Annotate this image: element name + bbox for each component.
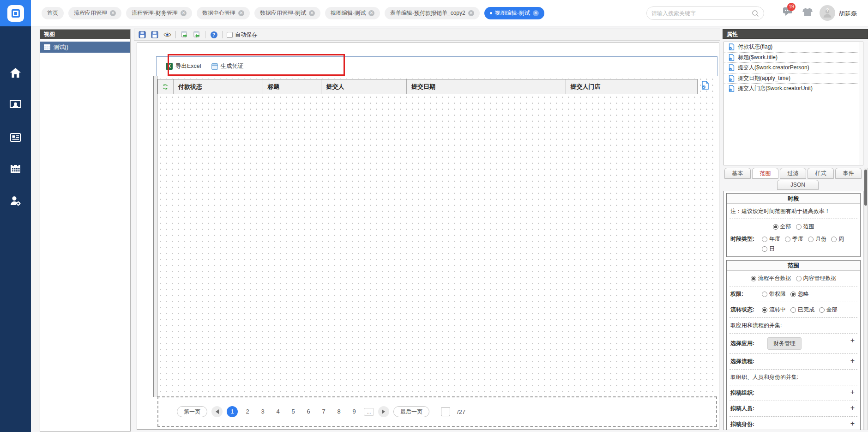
close-icon[interactable] xyxy=(181,10,187,16)
radio-all[interactable]: 全部 xyxy=(773,223,791,231)
tab-view-edit-test-active[interactable]: 视图编辑-测试 xyxy=(484,7,544,19)
page-5[interactable]: 5 xyxy=(288,406,299,417)
close-icon[interactable] xyxy=(110,10,116,16)
next-page-button[interactable] xyxy=(378,406,389,417)
field-payment-status[interactable]: 付款状态(flag) xyxy=(724,42,857,53)
column-submit-date[interactable]: 提交日期 xyxy=(407,79,566,94)
sidebar-item-calendar[interactable] xyxy=(9,163,22,175)
goto-page-input[interactable] xyxy=(441,407,450,416)
sidebar-item-home[interactable] xyxy=(9,67,22,79)
radio-year[interactable]: 年度 xyxy=(762,235,780,243)
tab-scope[interactable]: 范围 xyxy=(752,168,778,179)
field-title[interactable]: 标题($work.title) xyxy=(724,53,857,63)
tab-label: 数据应用管理-测试 xyxy=(260,9,306,17)
field-list-scrollbar[interactable] xyxy=(859,42,863,165)
close-icon[interactable] xyxy=(533,10,539,16)
tab-event[interactable]: 事件 xyxy=(835,168,862,179)
canvas-scrollbar[interactable] xyxy=(153,76,157,397)
field-submitter-store[interactable]: 提交人门店($work.creatorUnit) xyxy=(724,84,857,94)
page-1-current[interactable]: 1 xyxy=(227,406,238,417)
app-logo[interactable] xyxy=(0,0,31,26)
tab-json[interactable]: JSON xyxy=(777,180,819,190)
column-submitter-store[interactable]: 提交人门店 xyxy=(566,79,698,94)
tab-filter[interactable]: 过滤 xyxy=(780,168,806,179)
page-9[interactable]: 9 xyxy=(349,406,360,417)
add-org-button[interactable]: + xyxy=(850,389,855,396)
first-page-button[interactable]: 第一页 xyxy=(177,406,207,417)
field-label: 提交人($work.creatorPerson) xyxy=(738,64,809,72)
tab-view-edit-test[interactable]: 视图编辑-测试 xyxy=(325,7,380,19)
radio-completed[interactable]: 已完成 xyxy=(790,306,814,314)
page-8[interactable]: 8 xyxy=(333,406,344,417)
column-title[interactable]: 标题 xyxy=(263,79,322,94)
scrollbar-thumb[interactable] xyxy=(864,170,867,206)
import-view-button[interactable] xyxy=(193,30,201,39)
refresh-column-button[interactable] xyxy=(158,79,174,94)
column-submitter[interactable]: 提交人 xyxy=(321,79,407,94)
avatar[interactable] xyxy=(820,5,835,21)
messages-button[interactable]: 19 xyxy=(783,6,794,18)
action-bar-widget[interactable]: 导出Excel 生成凭证 xyxy=(156,56,717,76)
close-icon[interactable] xyxy=(368,10,374,16)
sidebar-item-user-settings[interactable] xyxy=(9,195,22,207)
tab-data-app-test[interactable]: 数据应用管理-测试 xyxy=(254,7,320,19)
field-submitter[interactable]: 提交人($work.creatorPerson) xyxy=(724,63,857,73)
add-identity-button[interactable]: + xyxy=(850,420,855,427)
add-flow-button[interactable]: + xyxy=(850,357,855,365)
search-input[interactable] xyxy=(651,10,752,17)
radio-icon xyxy=(796,224,802,230)
radio-day[interactable]: 日 xyxy=(762,245,775,253)
search-icon[interactable] xyxy=(752,10,759,17)
radio-all-status[interactable]: 全部 xyxy=(819,306,838,314)
app-chip-finance[interactable]: 财务管理 xyxy=(767,337,802,350)
field-submit-date[interactable]: 提交日期(apply_time) xyxy=(724,73,857,84)
prev-page-button[interactable] xyxy=(211,406,223,417)
add-person-button[interactable]: + xyxy=(850,404,855,412)
radio-with-permission[interactable]: 带权限 xyxy=(762,290,786,298)
tab-form-edit-copy2[interactable]: 表单编辑-预付款报销单_copy2 xyxy=(385,7,480,19)
close-icon[interactable] xyxy=(309,10,315,16)
column-payment-status[interactable]: 付款状态 xyxy=(174,79,263,94)
generate-voucher-button[interactable]: 生成凭证 xyxy=(211,62,244,70)
theme-button[interactable] xyxy=(802,7,813,19)
properties-scrollbar[interactable] xyxy=(864,168,868,430)
more-pages-button[interactable]: ... xyxy=(364,408,374,416)
radio-month[interactable]: 月份 xyxy=(808,235,826,243)
add-column-button[interactable] xyxy=(701,81,709,91)
export-view-button[interactable] xyxy=(180,30,188,39)
preview-button[interactable] xyxy=(163,30,171,39)
close-icon[interactable] xyxy=(468,10,474,16)
radio-quarter[interactable]: 季度 xyxy=(785,235,803,243)
tab-process-finance-mgmt[interactable]: 流程管理-财务管理 xyxy=(126,7,192,19)
export-excel-button[interactable]: 导出Excel xyxy=(166,62,201,70)
radio-ignore-permission[interactable]: 忽略 xyxy=(790,290,809,298)
save-as-button[interactable] xyxy=(151,30,159,39)
close-icon[interactable] xyxy=(238,10,244,16)
radio-platform-data[interactable]: 流程平台数据 xyxy=(751,274,791,282)
page-6[interactable]: 6 xyxy=(303,406,314,417)
radio-range[interactable]: 范围 xyxy=(796,223,814,231)
tab-basic[interactable]: 基本 xyxy=(724,168,751,179)
page-7[interactable]: 7 xyxy=(318,406,329,417)
tab-process-app-mgmt[interactable]: 流程应用管理 xyxy=(68,7,121,19)
tab-home[interactable]: 首页 xyxy=(42,7,64,19)
view-item-test[interactable]: 测试() xyxy=(40,42,130,53)
help-button[interactable] xyxy=(210,30,218,39)
tab-data-center-mgmt[interactable]: 数据中心管理 xyxy=(197,7,250,19)
add-app-button[interactable]: + xyxy=(850,337,855,344)
user-icon xyxy=(822,7,833,18)
radio-running[interactable]: 流转中 xyxy=(762,306,786,314)
radio-week[interactable]: 周 xyxy=(831,235,844,243)
page-4[interactable]: 4 xyxy=(272,406,283,417)
sidebar-item-news[interactable] xyxy=(9,131,22,144)
canvas-grid[interactable] xyxy=(157,76,717,397)
autosave-toggle[interactable]: 自动保存 xyxy=(227,31,257,39)
radio-content-data[interactable]: 内容管理数据 xyxy=(796,274,837,282)
page-3[interactable]: 3 xyxy=(257,406,268,417)
tab-style[interactable]: 样式 xyxy=(808,168,834,179)
sidebar-item-workspace[interactable] xyxy=(9,98,22,111)
autosave-checkbox[interactable] xyxy=(227,32,233,38)
save-button[interactable] xyxy=(138,30,146,39)
page-2[interactable]: 2 xyxy=(242,406,253,417)
last-page-button[interactable]: 最后一页 xyxy=(393,406,429,417)
